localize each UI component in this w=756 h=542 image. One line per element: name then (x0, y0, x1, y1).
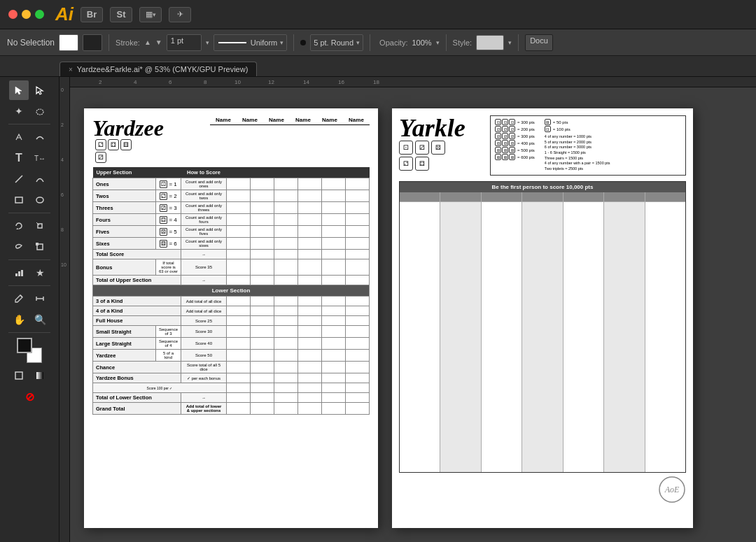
stock-button[interactable]: St (110, 7, 132, 22)
horizontal-ruler: 0 2 4 6 8 10 12 14 16 18 (59, 77, 756, 87)
selection-indicator: No Selection (7, 38, 55, 48)
four-of-a-kind-row: 4 of a Kind Add total of all dice (93, 306, 370, 316)
svg-point-0 (36, 109, 43, 115)
stroke-line-icon (218, 42, 246, 43)
warp-tool[interactable] (9, 237, 29, 257)
style-dropdown-arrow[interactable]: ▾ (508, 39, 512, 46)
cap-style-selector[interactable]: 5 pt. Round ▾ (310, 34, 363, 51)
fill-swatch[interactable] (59, 34, 78, 51)
round-cap-icon (300, 40, 306, 45)
yarkle-grid-header: Be the first person to score 10,000 pts (400, 182, 685, 192)
rotate-tool[interactable] (9, 216, 29, 236)
magic-wand-tool[interactable]: ✦ (9, 101, 29, 121)
ellipse-tool[interactable] (30, 190, 50, 210)
screen-mode[interactable] (9, 366, 29, 385)
scoring-three-twos: ⚁⚁⚁ = 200 pts (495, 126, 535, 132)
graph-tool[interactable] (9, 263, 29, 283)
workspace-dropdown-arrow: ▾ (153, 11, 156, 18)
canvas[interactable]: 0 2 4 6 8 10 12 14 16 18 0 2 4 6 8 10 (59, 77, 756, 542)
yarkle-page: Yarkle ⚀ ⚂ ⚄ ⚁ ⚃ ⚀⚀⚀ (392, 108, 693, 528)
vertical-ruler: 0 2 4 6 8 10 (59, 77, 70, 542)
rectangle-tool[interactable] (9, 190, 29, 210)
stroke-value[interactable]: 1 pt (167, 34, 202, 51)
bridge-button[interactable]: Br (80, 7, 103, 22)
close-button[interactable] (8, 10, 18, 19)
workspace-switcher[interactable]: ▦ ▾ (139, 7, 162, 22)
yarkle-header: Yarkle ⚀ ⚂ ⚄ ⚁ ⚃ ⚀⚀⚀ (399, 115, 686, 176)
opacity-dropdown-arrow[interactable]: ▾ (436, 39, 440, 46)
eyedropper-tool[interactable] (9, 289, 29, 308)
name-col-1: Name (210, 117, 237, 125)
yarkle-col-header-3 (482, 192, 522, 202)
lasso-tool[interactable] (30, 101, 50, 121)
yarkle-die-2: ⚂ (415, 141, 429, 155)
traffic-lights (8, 10, 44, 19)
document-tab[interactable]: × Yardzee&Farkle.ai* @ 53% (CMYK/GPU Pre… (59, 62, 257, 76)
style-swatch[interactable] (476, 35, 504, 50)
touch-type-tool[interactable]: T↔ (30, 148, 50, 168)
scoring-three-fives: ⚄⚄⚄ = 500 pts (495, 147, 535, 153)
free-transform-tool[interactable] (30, 237, 50, 257)
name-col-2: Name (237, 117, 263, 125)
slice-tools (9, 289, 50, 308)
arc-tool[interactable] (30, 169, 50, 189)
tool-separator-5 (8, 332, 50, 333)
gradient-swatch[interactable] (30, 366, 50, 385)
yarkle-col-4 (522, 192, 563, 472)
toolbar: No Selection Stroke: ▲ ▼ 1 pt ▾ Uniform … (0, 29, 756, 56)
toolbar-divider-4 (446, 34, 447, 51)
watermark: AoE (399, 476, 686, 505)
stroke-dropdown-arrow[interactable]: ▾ (206, 39, 209, 46)
symbol-sprayer-tool[interactable]: ★ (30, 263, 50, 283)
curvature-tool[interactable] (30, 127, 50, 147)
direct-selection-tool[interactable] (30, 80, 50, 100)
tab-close-button[interactable]: × (69, 66, 73, 73)
toolbar-divider-3 (370, 34, 370, 51)
graph-tools: ★ (9, 263, 50, 283)
color-area (17, 338, 42, 363)
type-tool[interactable]: T (9, 148, 29, 168)
yardzee-header: Yardzee ⚁ ⚃ ⚅ ⚂ Name Name Name Name (92, 117, 370, 163)
threes-row: Threes ⚂ = 3 Count and add only threes (93, 202, 370, 214)
stroke-style-selector[interactable]: Uniform ▾ (214, 34, 288, 51)
yarkle-col-header-1 (400, 192, 440, 202)
svg-rect-2 (15, 197, 22, 203)
stroke-label: Stroke: (115, 38, 140, 47)
stroke-up-arrow[interactable]: ▲ (144, 38, 151, 46)
scoring-single-five: ⚄ = 50 pts (545, 119, 610, 125)
svg-point-3 (36, 197, 43, 203)
svg-line-11 (20, 295, 22, 297)
style-label: Style: (453, 38, 472, 47)
hand-tool[interactable]: ✋ (9, 310, 29, 329)
yarkle-die-1: ⚀ (399, 141, 413, 155)
chance-row: Chance Score total of all 5 dice (93, 362, 370, 373)
ones-row: Ones ⚀ = 1 Count and add only ones (93, 178, 370, 190)
maximize-button[interactable] (35, 10, 44, 19)
stroke-down-arrow[interactable]: ▼ (155, 38, 162, 46)
pen-tool[interactable] (9, 127, 29, 147)
name-col-4: Name (290, 117, 316, 125)
quick-actions-button[interactable]: ✈ (169, 7, 191, 22)
line-segment-tool[interactable] (9, 169, 29, 189)
svg-rect-15 (15, 372, 22, 379)
measure-tool[interactable] (30, 289, 50, 308)
minimize-button[interactable] (22, 10, 31, 19)
yarkle-col-3 (482, 192, 522, 472)
foreground-color[interactable] (17, 338, 32, 353)
die-4: ⚂ (95, 152, 106, 163)
selection-tool[interactable] (9, 80, 29, 100)
name-col-3: Name (263, 117, 290, 125)
none-color[interactable]: ⊘ (20, 387, 39, 406)
app-icon: Ai (55, 3, 74, 25)
zoom-tool[interactable]: 🔍 (30, 310, 50, 329)
stroke-swatch[interactable] (83, 34, 102, 51)
scale-tool[interactable] (30, 216, 50, 236)
document-button[interactable]: Docu (525, 34, 553, 51)
yardzee-page: Yardzee ⚁ ⚃ ⚅ ⚂ Name Name Name Name (84, 108, 378, 528)
score-cols-header (227, 167, 370, 178)
yarkle-col-1 (400, 192, 440, 472)
tab-title: Yardzee&Farkle.ai* @ 53% (CMYK/GPU Previ… (77, 65, 248, 73)
scoring-three-fours: ⚃⚃⚃ = 400 pts (495, 140, 535, 146)
total-upper-row: Total of Upper Section → (93, 276, 370, 285)
yardzee-row: Yardzee 5 of a kind Score 50 (93, 350, 370, 362)
